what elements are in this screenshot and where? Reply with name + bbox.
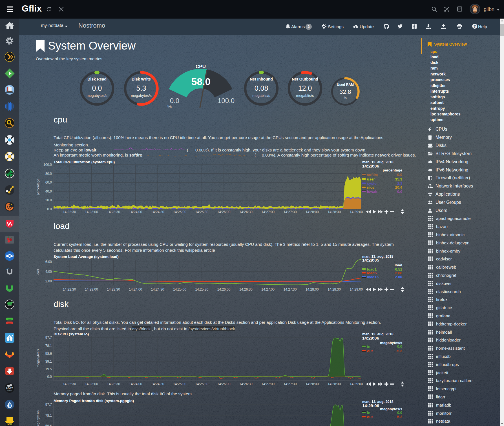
svg-text:14:22:30: 14:22:30 bbox=[63, 382, 76, 386]
svg-text:14:22:30: 14:22:30 bbox=[63, 287, 76, 291]
svg-text:14:25:00: 14:25:00 bbox=[173, 287, 186, 291]
svg-text:14:29:00: 14:29:00 bbox=[350, 210, 363, 214]
svg-text:14:27:00: 14:27:00 bbox=[261, 382, 275, 386]
svg-text:14:24:30: 14:24:30 bbox=[151, 382, 164, 386]
svg-text:megabytes/s: megabytes/s bbox=[36, 410, 40, 426]
svg-text:14:26:00: 14:26:00 bbox=[217, 210, 231, 214]
svg-text:Total CPU utilization (system.: Total CPU utilization (system.cpu) bbox=[54, 160, 115, 164]
svg-text:14:28:30: 14:28:30 bbox=[328, 210, 341, 214]
svg-text:14:26:00: 14:26:00 bbox=[217, 287, 231, 291]
svg-text:Disk Read: Disk Read bbox=[87, 77, 107, 81]
svg-text:load: load bbox=[395, 263, 402, 267]
svg-text:12.0: 12.0 bbox=[298, 84, 312, 92]
svg-text:Offline: Offline bbox=[8, 323, 11, 324]
svg-text:58.0: 58.0 bbox=[191, 76, 211, 87]
svg-text:35.3: 35.3 bbox=[395, 177, 402, 181]
svg-text:percentage: percentage bbox=[383, 168, 402, 172]
svg-text:14:23:00: 14:23:00 bbox=[85, 287, 98, 291]
svg-text:97.7: 97.7 bbox=[45, 403, 52, 407]
svg-text:32.8: 32.8 bbox=[339, 88, 351, 95]
svg-text:load15: load15 bbox=[367, 275, 379, 279]
svg-text:14:26:00: 14:26:00 bbox=[217, 382, 231, 386]
svg-text:14:29:06: 14:29:06 bbox=[362, 403, 379, 408]
svg-text:80.0: 80.0 bbox=[45, 172, 52, 176]
svg-text:14:28:30: 14:28:30 bbox=[328, 287, 341, 291]
svg-text:14:29:05: 14:29:05 bbox=[362, 258, 379, 262]
svg-text:5.3: 5.3 bbox=[136, 84, 146, 92]
svg-text:2.00: 2.00 bbox=[45, 279, 52, 283]
svg-text:CPU: CPU bbox=[196, 64, 206, 69]
svg-text:Disk Write: Disk Write bbox=[131, 77, 151, 81]
svg-text:14:27:30: 14:27:30 bbox=[284, 382, 297, 386]
svg-text:LAZY: LAZY bbox=[6, 387, 13, 389]
svg-text:0.0: 0.0 bbox=[397, 411, 402, 415]
svg-text:14:25:30: 14:25:30 bbox=[195, 210, 208, 214]
svg-text:0.0: 0.0 bbox=[47, 207, 52, 211]
svg-text:78.1: 78.1 bbox=[45, 414, 52, 418]
svg-text:14:27:30: 14:27:30 bbox=[284, 287, 297, 291]
svg-text:14:25:30: 14:25:30 bbox=[195, 287, 208, 291]
svg-text:Net Outbound: Net Outbound bbox=[292, 77, 318, 81]
svg-text:Online: Online bbox=[8, 319, 12, 320]
svg-text:2.3: 2.3 bbox=[397, 181, 402, 186]
svg-text:14:23:30: 14:23:30 bbox=[107, 210, 120, 214]
svg-text:100.0: 100.0 bbox=[218, 97, 235, 104]
svg-text:megabytes/s: megabytes/s bbox=[131, 93, 152, 98]
svg-text:78.1: 78.1 bbox=[45, 344, 52, 348]
svg-text:14:28:30: 14:28:30 bbox=[328, 382, 341, 386]
svg-text:14:23:00: 14:23:00 bbox=[85, 382, 98, 386]
svg-text:out: out bbox=[367, 415, 373, 419]
svg-text:0.08: 0.08 bbox=[255, 84, 268, 92]
svg-text:Disk I/O (system.io): Disk I/O (system.io) bbox=[54, 332, 89, 336]
svg-text:softirq: softirq bbox=[367, 173, 379, 177]
svg-text:14:22:30: 14:22:30 bbox=[63, 210, 76, 214]
svg-text:58.6: 58.6 bbox=[45, 424, 52, 426]
svg-text:14:27:30: 14:27:30 bbox=[284, 210, 297, 214]
svg-text:14:24:00: 14:24:00 bbox=[129, 287, 142, 291]
svg-text:load: load bbox=[36, 269, 40, 275]
svg-text:14:24:00: 14:24:00 bbox=[129, 382, 142, 386]
svg-text:14:28:00: 14:28:00 bbox=[306, 382, 319, 386]
svg-text:14:29:00: 14:29:00 bbox=[350, 382, 363, 386]
svg-text:14:27:00: 14:27:00 bbox=[261, 210, 275, 214]
svg-text:20.0: 20.0 bbox=[45, 198, 52, 202]
svg-text:iowait: iowait bbox=[367, 189, 378, 194]
svg-text:0.0: 0.0 bbox=[397, 344, 402, 349]
svg-text:0.0: 0.0 bbox=[170, 97, 179, 104]
svg-text:14:29:00: 14:29:00 bbox=[350, 287, 363, 291]
svg-text:4.00: 4.00 bbox=[45, 270, 52, 274]
svg-text:14:29:06: 14:29:06 bbox=[362, 164, 379, 168]
svg-text:14:25:30: 14:25:30 bbox=[195, 382, 208, 386]
svg-text:%: % bbox=[167, 104, 172, 109]
svg-text:nice: nice bbox=[367, 185, 374, 189]
svg-text:System Load Average (system.lo: System Load Average (system.load) bbox=[54, 255, 119, 259]
svg-text:6.00: 6.00 bbox=[45, 260, 52, 264]
svg-text:-5.2: -5.2 bbox=[396, 415, 402, 419]
svg-text:14:23:30: 14:23:30 bbox=[107, 382, 120, 386]
svg-text:60.0: 60.0 bbox=[45, 180, 52, 184]
svg-text:14:23:30: 14:23:30 bbox=[107, 287, 120, 291]
svg-text:librarian: librarian bbox=[7, 389, 12, 391]
svg-text:0.0: 0.0 bbox=[47, 375, 52, 379]
svg-text:14:27:00: 14:27:00 bbox=[261, 287, 275, 291]
svg-text:Memory Paged from/to disk (sys: Memory Paged from/to disk (system.pgpgio… bbox=[54, 399, 134, 403]
svg-text:%: % bbox=[344, 96, 347, 99]
svg-text:-5.3: -5.3 bbox=[396, 349, 402, 353]
svg-text:megabytes/s: megabytes/s bbox=[87, 93, 107, 98]
svg-text:97.7: 97.7 bbox=[45, 336, 52, 340]
svg-text:39.1: 39.1 bbox=[45, 360, 52, 363]
svg-text:14:26:30: 14:26:30 bbox=[239, 287, 253, 291]
svg-text:20.4: 20.4 bbox=[395, 185, 403, 189]
svg-text:19.5: 19.5 bbox=[45, 367, 52, 371]
svg-text:14:24:30: 14:24:30 bbox=[151, 287, 164, 291]
svg-text:14:24:30: 14:24:30 bbox=[151, 210, 164, 214]
svg-text:?: ? bbox=[474, 24, 476, 28]
svg-text:14:25:00: 14:25:00 bbox=[173, 382, 186, 386]
svg-text:in: in bbox=[367, 411, 370, 415]
svg-text:14:23:00: 14:23:00 bbox=[85, 210, 98, 214]
svg-text:14:24:00: 14:24:00 bbox=[129, 210, 142, 214]
svg-text:0.0: 0.0 bbox=[397, 173, 402, 177]
svg-text:Used RAM: Used RAM bbox=[337, 83, 353, 87]
svg-text:40.0: 40.0 bbox=[45, 189, 52, 193]
svg-text:14:29:06: 14:29:06 bbox=[362, 336, 379, 340]
